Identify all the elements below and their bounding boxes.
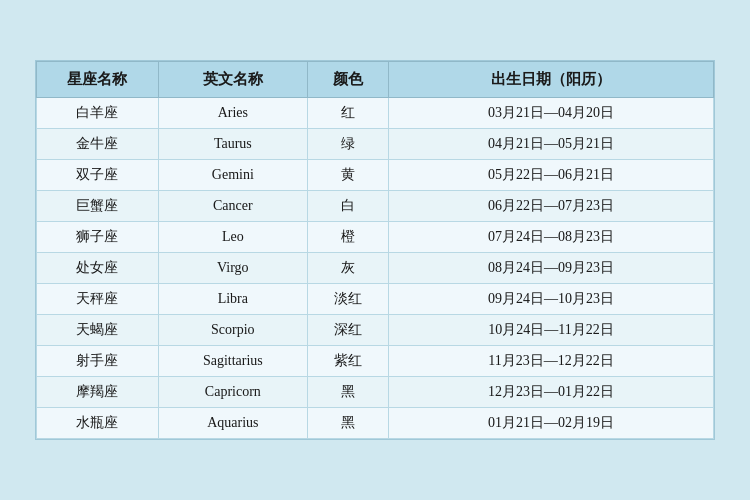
cell-date: 12月23日—01月22日 (389, 377, 714, 408)
zodiac-table-container: 星座名称 英文名称 颜色 出生日期（阳历） 白羊座Aries红03月21日—04… (35, 60, 715, 440)
cell-date: 01月21日—02月19日 (389, 408, 714, 439)
header-color: 颜色 (307, 62, 388, 98)
cell-date: 07月24日—08月23日 (389, 222, 714, 253)
cell-color: 橙 (307, 222, 388, 253)
table-row: 白羊座Aries红03月21日—04月20日 (37, 98, 714, 129)
table-row: 巨蟹座Cancer白06月22日—07月23日 (37, 191, 714, 222)
cell-en: Cancer (158, 191, 307, 222)
cell-date: 06月22日—07月23日 (389, 191, 714, 222)
table-row: 天蝎座Scorpio深红10月24日—11月22日 (37, 315, 714, 346)
table-row: 水瓶座Aquarius黑01月21日—02月19日 (37, 408, 714, 439)
table-row: 射手座Sagittarius紫红11月23日—12月22日 (37, 346, 714, 377)
cell-color: 红 (307, 98, 388, 129)
cell-color: 绿 (307, 129, 388, 160)
cell-en: Libra (158, 284, 307, 315)
table-row: 双子座Gemini黄05月22日—06月21日 (37, 160, 714, 191)
cell-zh: 天蝎座 (37, 315, 159, 346)
cell-date: 03月21日—04月20日 (389, 98, 714, 129)
cell-en: Virgo (158, 253, 307, 284)
header-date: 出生日期（阳历） (389, 62, 714, 98)
cell-color: 深红 (307, 315, 388, 346)
cell-zh: 金牛座 (37, 129, 159, 160)
table-row: 金牛座Taurus绿04月21日—05月21日 (37, 129, 714, 160)
header-en: 英文名称 (158, 62, 307, 98)
cell-date: 08月24日—09月23日 (389, 253, 714, 284)
cell-date: 11月23日—12月22日 (389, 346, 714, 377)
cell-date: 10月24日—11月22日 (389, 315, 714, 346)
table-row: 狮子座Leo橙07月24日—08月23日 (37, 222, 714, 253)
cell-zh: 天秤座 (37, 284, 159, 315)
cell-en: Taurus (158, 129, 307, 160)
cell-zh: 处女座 (37, 253, 159, 284)
cell-date: 04月21日—05月21日 (389, 129, 714, 160)
cell-color: 紫红 (307, 346, 388, 377)
cell-zh: 双子座 (37, 160, 159, 191)
zodiac-table: 星座名称 英文名称 颜色 出生日期（阳历） 白羊座Aries红03月21日—04… (36, 61, 714, 439)
cell-date: 09月24日—10月23日 (389, 284, 714, 315)
cell-en: Gemini (158, 160, 307, 191)
cell-en: Aries (158, 98, 307, 129)
cell-en: Sagittarius (158, 346, 307, 377)
header-zh: 星座名称 (37, 62, 159, 98)
cell-color: 白 (307, 191, 388, 222)
cell-color: 黑 (307, 377, 388, 408)
cell-zh: 狮子座 (37, 222, 159, 253)
cell-date: 05月22日—06月21日 (389, 160, 714, 191)
cell-zh: 白羊座 (37, 98, 159, 129)
cell-zh: 水瓶座 (37, 408, 159, 439)
cell-en: Scorpio (158, 315, 307, 346)
cell-en: Capricorn (158, 377, 307, 408)
cell-color: 黑 (307, 408, 388, 439)
cell-en: Aquarius (158, 408, 307, 439)
cell-zh: 摩羯座 (37, 377, 159, 408)
cell-color: 黄 (307, 160, 388, 191)
table-header-row: 星座名称 英文名称 颜色 出生日期（阳历） (37, 62, 714, 98)
table-row: 处女座Virgo灰08月24日—09月23日 (37, 253, 714, 284)
cell-zh: 射手座 (37, 346, 159, 377)
cell-zh: 巨蟹座 (37, 191, 159, 222)
cell-color: 淡红 (307, 284, 388, 315)
cell-en: Leo (158, 222, 307, 253)
cell-color: 灰 (307, 253, 388, 284)
table-row: 天秤座Libra淡红09月24日—10月23日 (37, 284, 714, 315)
table-row: 摩羯座Capricorn黑12月23日—01月22日 (37, 377, 714, 408)
